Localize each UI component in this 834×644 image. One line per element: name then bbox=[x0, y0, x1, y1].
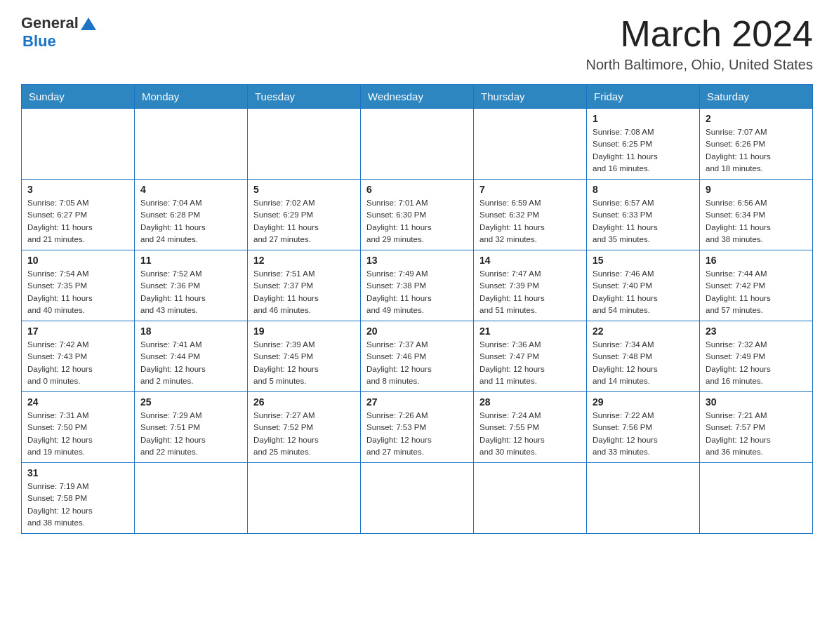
day-number: 27 bbox=[366, 396, 468, 408]
calendar-day-cell: 2Sunrise: 7:07 AMSunset: 6:26 PMDaylight… bbox=[700, 109, 813, 180]
weekday-header-saturday: Saturday bbox=[700, 85, 813, 109]
calendar-month-year: March 2024 bbox=[586, 14, 813, 54]
calendar-day-cell: 24Sunrise: 7:31 AMSunset: 7:50 PMDayligh… bbox=[22, 392, 135, 463]
calendar-day-cell: 5Sunrise: 7:02 AMSunset: 6:29 PMDaylight… bbox=[248, 180, 361, 250]
calendar-week-2: 3Sunrise: 7:05 AMSunset: 6:27 PMDaylight… bbox=[22, 180, 813, 250]
calendar-day-cell: 1Sunrise: 7:08 AMSunset: 6:25 PMDaylight… bbox=[587, 109, 700, 180]
day-number: 30 bbox=[706, 396, 807, 408]
day-info: Sunrise: 6:57 AMSunset: 6:33 PMDaylight:… bbox=[593, 197, 694, 246]
day-number: 28 bbox=[479, 396, 581, 408]
calendar-week-1: 1Sunrise: 7:08 AMSunset: 6:25 PMDaylight… bbox=[22, 109, 813, 180]
calendar-day-cell bbox=[474, 463, 587, 534]
calendar-day-cell bbox=[248, 109, 361, 180]
day-number: 22 bbox=[593, 326, 694, 337]
weekday-header-wednesday: Wednesday bbox=[361, 85, 474, 109]
day-info: Sunrise: 7:04 AMSunset: 6:28 PMDaylight:… bbox=[140, 197, 241, 246]
calendar-day-cell: 8Sunrise: 6:57 AMSunset: 6:33 PMDaylight… bbox=[587, 180, 700, 250]
day-info: Sunrise: 6:59 AMSunset: 6:32 PMDaylight:… bbox=[479, 197, 581, 246]
logo-general-text: General bbox=[21, 14, 79, 32]
day-info: Sunrise: 7:54 AMSunset: 7:35 PMDaylight:… bbox=[27, 268, 128, 316]
calendar-title-block: March 2024 North Baltimore, Ohio, United… bbox=[586, 14, 813, 73]
calendar-day-cell bbox=[248, 463, 361, 534]
calendar-day-cell: 15Sunrise: 7:46 AMSunset: 7:40 PMDayligh… bbox=[587, 250, 700, 321]
calendar-day-cell: 27Sunrise: 7:26 AMSunset: 7:53 PMDayligh… bbox=[361, 392, 474, 463]
calendar-day-cell bbox=[700, 463, 813, 534]
day-number: 24 bbox=[27, 396, 128, 408]
calendar-day-cell: 14Sunrise: 7:47 AMSunset: 7:39 PMDayligh… bbox=[474, 250, 587, 321]
calendar-day-cell: 26Sunrise: 7:27 AMSunset: 7:52 PMDayligh… bbox=[248, 392, 361, 463]
day-info: Sunrise: 7:39 AMSunset: 7:45 PMDaylight:… bbox=[253, 339, 355, 387]
day-number: 8 bbox=[593, 184, 694, 195]
day-info: Sunrise: 7:49 AMSunset: 7:38 PMDaylight:… bbox=[366, 268, 468, 316]
calendar-day-cell bbox=[135, 463, 248, 534]
svg-marker-0 bbox=[81, 18, 96, 30]
day-info: Sunrise: 7:41 AMSunset: 7:44 PMDaylight:… bbox=[140, 339, 241, 387]
day-number: 15 bbox=[593, 255, 694, 266]
calendar-day-cell: 28Sunrise: 7:24 AMSunset: 7:55 PMDayligh… bbox=[474, 392, 587, 463]
calendar-day-cell: 31Sunrise: 7:19 AMSunset: 7:58 PMDayligh… bbox=[22, 463, 135, 534]
weekday-header-row: SundayMondayTuesdayWednesdayThursdayFrid… bbox=[22, 85, 813, 109]
calendar-day-cell: 4Sunrise: 7:04 AMSunset: 6:28 PMDaylight… bbox=[135, 180, 248, 250]
day-number: 2 bbox=[706, 113, 807, 124]
day-info: Sunrise: 7:31 AMSunset: 7:50 PMDaylight:… bbox=[27, 410, 128, 458]
day-info: Sunrise: 7:07 AMSunset: 6:26 PMDaylight:… bbox=[706, 126, 807, 175]
day-info: Sunrise: 7:37 AMSunset: 7:46 PMDaylight:… bbox=[366, 339, 468, 387]
weekday-header-sunday: Sunday bbox=[22, 85, 135, 109]
day-info: Sunrise: 7:01 AMSunset: 6:30 PMDaylight:… bbox=[366, 197, 468, 246]
calendar-table: SundayMondayTuesdayWednesdayThursdayFrid… bbox=[21, 84, 813, 534]
day-number: 6 bbox=[366, 184, 468, 195]
calendar-day-cell: 23Sunrise: 7:32 AMSunset: 7:49 PMDayligh… bbox=[700, 321, 813, 392]
day-number: 5 bbox=[253, 184, 355, 195]
day-number: 9 bbox=[706, 184, 807, 195]
day-number: 21 bbox=[479, 326, 581, 337]
day-number: 26 bbox=[253, 396, 355, 408]
day-info: Sunrise: 7:52 AMSunset: 7:36 PMDaylight:… bbox=[140, 268, 241, 316]
day-number: 14 bbox=[479, 255, 581, 266]
calendar-day-cell: 30Sunrise: 7:21 AMSunset: 7:57 PMDayligh… bbox=[700, 392, 813, 463]
day-info: Sunrise: 7:22 AMSunset: 7:56 PMDaylight:… bbox=[593, 410, 694, 458]
calendar-week-5: 24Sunrise: 7:31 AMSunset: 7:50 PMDayligh… bbox=[22, 392, 813, 463]
day-number: 20 bbox=[366, 326, 468, 337]
day-info: Sunrise: 7:08 AMSunset: 6:25 PMDaylight:… bbox=[593, 126, 694, 175]
day-number: 4 bbox=[140, 184, 241, 195]
day-info: Sunrise: 7:29 AMSunset: 7:51 PMDaylight:… bbox=[140, 410, 241, 458]
calendar-day-cell bbox=[474, 109, 587, 180]
day-info: Sunrise: 7:34 AMSunset: 7:48 PMDaylight:… bbox=[593, 339, 694, 387]
calendar-day-cell bbox=[361, 463, 474, 534]
day-info: Sunrise: 7:42 AMSunset: 7:43 PMDaylight:… bbox=[27, 339, 128, 387]
weekday-header-thursday: Thursday bbox=[474, 85, 587, 109]
day-info: Sunrise: 7:24 AMSunset: 7:55 PMDaylight:… bbox=[479, 410, 581, 458]
calendar-day-cell: 19Sunrise: 7:39 AMSunset: 7:45 PMDayligh… bbox=[248, 321, 361, 392]
calendar-day-cell: 29Sunrise: 7:22 AMSunset: 7:56 PMDayligh… bbox=[587, 392, 700, 463]
calendar-day-cell: 11Sunrise: 7:52 AMSunset: 7:36 PMDayligh… bbox=[135, 250, 248, 321]
page-header: General Blue March 2024 North Baltimore,… bbox=[21, 14, 813, 73]
day-info: Sunrise: 7:51 AMSunset: 7:37 PMDaylight:… bbox=[253, 268, 355, 316]
day-info: Sunrise: 7:21 AMSunset: 7:57 PMDaylight:… bbox=[706, 410, 807, 458]
logo: General Blue bbox=[21, 14, 96, 51]
day-info: Sunrise: 7:02 AMSunset: 6:29 PMDaylight:… bbox=[253, 197, 355, 246]
day-info: Sunrise: 7:47 AMSunset: 7:39 PMDaylight:… bbox=[479, 268, 581, 316]
day-info: Sunrise: 7:32 AMSunset: 7:49 PMDaylight:… bbox=[706, 339, 807, 387]
calendar-day-cell: 21Sunrise: 7:36 AMSunset: 7:47 PMDayligh… bbox=[474, 321, 587, 392]
logo-blue-text: Blue bbox=[22, 32, 56, 51]
calendar-day-cell: 10Sunrise: 7:54 AMSunset: 7:35 PMDayligh… bbox=[22, 250, 135, 321]
calendar-day-cell: 13Sunrise: 7:49 AMSunset: 7:38 PMDayligh… bbox=[361, 250, 474, 321]
logo-triangle-icon bbox=[81, 16, 96, 32]
day-number: 19 bbox=[253, 326, 355, 337]
calendar-day-cell bbox=[22, 109, 135, 180]
day-info: Sunrise: 7:05 AMSunset: 6:27 PMDaylight:… bbox=[27, 197, 128, 246]
day-number: 16 bbox=[706, 255, 807, 266]
calendar-day-cell: 20Sunrise: 7:37 AMSunset: 7:46 PMDayligh… bbox=[361, 321, 474, 392]
day-number: 10 bbox=[27, 255, 128, 266]
day-number: 23 bbox=[706, 326, 807, 337]
calendar-day-cell bbox=[361, 109, 474, 180]
calendar-day-cell: 7Sunrise: 6:59 AMSunset: 6:32 PMDaylight… bbox=[474, 180, 587, 250]
calendar-location: North Baltimore, Ohio, United States bbox=[586, 57, 813, 73]
day-info: Sunrise: 7:27 AMSunset: 7:52 PMDaylight:… bbox=[253, 410, 355, 458]
calendar-day-cell: 16Sunrise: 7:44 AMSunset: 7:42 PMDayligh… bbox=[700, 250, 813, 321]
calendar-week-3: 10Sunrise: 7:54 AMSunset: 7:35 PMDayligh… bbox=[22, 250, 813, 321]
calendar-day-cell: 17Sunrise: 7:42 AMSunset: 7:43 PMDayligh… bbox=[22, 321, 135, 392]
day-info: Sunrise: 7:19 AMSunset: 7:58 PMDaylight:… bbox=[27, 481, 128, 529]
day-number: 31 bbox=[27, 467, 128, 478]
day-info: Sunrise: 7:44 AMSunset: 7:42 PMDaylight:… bbox=[706, 268, 807, 316]
